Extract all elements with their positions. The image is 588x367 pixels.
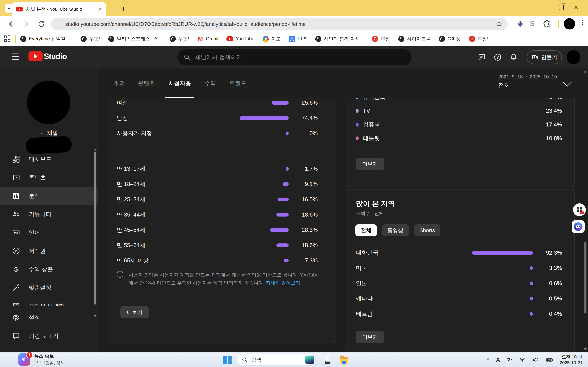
sidebar-item-analytics[interactable]: 분석 <box>0 187 97 205</box>
device-row[interactable]: TV23.4% <box>356 104 562 118</box>
stat-row[interactable]: 만 13–17세1.7% <box>117 161 318 176</box>
sidebar-item-community[interactable]: 커뮤니티 <box>0 205 97 223</box>
bookmark-item[interactable]: 하이마트몰 <box>398 36 431 42</box>
date-range-picker[interactable]: 2021. 9. 18. ~ 2025. 10. 19. 전체 <box>498 74 558 90</box>
bookmark-item[interactable]: 쿠팡! <box>170 36 189 42</box>
chip-동영상[interactable]: 동영상 <box>382 224 409 236</box>
browser-profile-avatar[interactable] <box>564 18 575 30</box>
chip-전체[interactable]: 전체 <box>355 224 377 236</box>
chevron-down-icon[interactable] <box>562 77 572 87</box>
create-button[interactable]: 만들기 <box>527 50 562 64</box>
bookmark-item[interactable]: 시민과 함께 다시... <box>315 36 364 42</box>
floating-extension-button[interactable] <box>573 203 586 216</box>
refresh-button[interactable] <box>36 19 46 29</box>
tray-chevron-icon[interactable]: ^ <box>487 357 489 363</box>
sidebar-item-dollar[interactable]: $수익 창출 <box>0 260 97 278</box>
stat-row[interactable]: 만 25–34세16.5% <box>117 192 318 207</box>
volume-icon[interactable] <box>532 357 539 363</box>
extension-s-icon[interactable]: S <box>530 19 535 28</box>
stat-row[interactable]: 캐나다0.5% <box>356 291 562 306</box>
site-settings-icon[interactable] <box>56 21 61 27</box>
stat-row[interactable]: 만 65세 이상7.3% <box>117 253 318 268</box>
tab-트렌드[interactable]: 트렌드 <box>223 68 253 98</box>
stat-row[interactable]: 미국3.3% <box>356 260 562 276</box>
channel-avatar[interactable] <box>27 81 70 124</box>
help-icon[interactable]: ? <box>493 53 502 61</box>
sidebar-item-content[interactable]: 콘텐츠 <box>0 168 97 187</box>
stat-row[interactable]: 만 55–64세18.6% <box>117 238 318 253</box>
stat-row[interactable]: 베트남0.4% <box>356 306 562 322</box>
sidebar-item-label: 대시보드 <box>29 155 52 163</box>
new-tab-button[interactable]: + <box>121 4 126 13</box>
ime-korean-indicator[interactable]: 한 <box>507 356 512 363</box>
bookmark-item[interactable]: 文번역 <box>289 36 307 42</box>
bookmark-star-icon[interactable] <box>496 21 502 27</box>
device-row[interactable]: 태블릿10.8% <box>356 132 562 145</box>
extension-arrow-icon[interactable] <box>515 19 525 29</box>
phone-link-icon[interactable] <box>322 355 333 365</box>
taskbar-clock[interactable]: 오전 10:11 2025-10-21 <box>560 354 582 366</box>
feedback-bubble-icon[interactable] <box>477 53 486 61</box>
row-label: 만 18–24세 <box>117 180 215 188</box>
device-row[interactable]: 컴퓨터17.4% <box>356 118 562 132</box>
studio-search-bar[interactable]: 채널에서 검색하기 <box>177 49 412 65</box>
tab-수익[interactable]: 수익 <box>198 68 223 98</box>
ime-latin-indicator[interactable]: A <box>496 357 500 363</box>
bookmark-item[interactable]: MGmail <box>197 36 218 42</box>
url-bar[interactable]: studio.youtube.com/channel/UCfD7OSttpwbf… <box>51 18 508 30</box>
hamburger-menu-icon[interactable] <box>12 53 19 60</box>
bookmark-item[interactable]: 지도 <box>263 36 281 42</box>
file-explorer-icon[interactable] <box>339 355 349 365</box>
bookmark-item[interactable]: C쿠팡 <box>372 36 390 42</box>
taskbar-search[interactable]: 검색 <box>237 354 316 366</box>
stat-row[interactable]: 남성74.4% <box>117 110 318 126</box>
bookmark-item[interactable]: 알리익스프레스 - A... <box>108 36 161 42</box>
window-close-button[interactable]: ✕ <box>573 4 579 11</box>
learn-more-link[interactable]: 자세히 알아보기 <box>266 280 300 285</box>
devices-more-button[interactable]: 더보기 <box>356 158 384 170</box>
start-button[interactable] <box>223 356 232 364</box>
bar <box>530 282 533 285</box>
window-minimize-button[interactable]: — <box>544 1 552 10</box>
stat-row[interactable]: 만 45–54세28.3% <box>117 222 318 238</box>
studio-logo[interactable]: Studio <box>28 51 67 61</box>
tab-시청자층[interactable]: 시청자층 <box>162 68 198 98</box>
sidebar-scrollbar[interactable] <box>94 149 96 317</box>
tab-콘텐츠[interactable]: 콘텐츠 <box>131 68 162 98</box>
floating-assistant-button[interactable] <box>572 220 585 233</box>
tab-개요[interactable]: 개요 <box>106 68 131 98</box>
sidebar-item-subtitles[interactable]: 언어 <box>0 223 97 242</box>
bookmark-item[interactable]: YouTube <box>226 36 254 42</box>
notifications-bell-icon[interactable] <box>509 53 518 61</box>
news-widget[interactable]: 1 뉴스 속보 [속보]경찰, 캄보... <box>18 353 68 366</box>
demographics-more-button[interactable]: 더보기 <box>120 306 149 318</box>
sidebar-item-dashboard[interactable]: 대시보드 <box>0 150 97 168</box>
sidebar-item-gear[interactable]: 설정 <box>0 309 97 327</box>
regions-more-button[interactable]: 더보기 <box>356 331 384 343</box>
browser-menu-icon[interactable]: ⋮ <box>579 18 586 26</box>
forward-button[interactable] <box>21 19 31 29</box>
wifi-icon[interactable] <box>519 357 526 363</box>
sidebar-item-feedback[interactable]: !의견 보내기 <box>0 327 97 345</box>
apps-grid-icon[interactable] <box>4 35 11 42</box>
stat-row[interactable]: 만 35–44세18.6% <box>117 207 318 222</box>
stat-row[interactable]: 만 18–24세9.1% <box>117 176 318 192</box>
bookmark-item[interactable]: c쿠팡! <box>469 36 488 42</box>
browser-tab[interactable]: 채널 분석 - YouTube Studio ✕ <box>12 2 106 16</box>
account-avatar[interactable] <box>567 50 580 64</box>
back-button[interactable] <box>6 19 16 29</box>
bookmark-item[interactable]: Everytime 십일절 -... <box>20 36 72 42</box>
battery-icon[interactable] <box>546 356 553 364</box>
sidebar-item-wand[interactable]: 맞춤설정 <box>0 278 97 297</box>
sidebar-item-audio[interactable]: 오디오 보관함 <box>0 297 97 306</box>
bookmark-item[interactable]: G마켓 <box>439 36 461 42</box>
stat-row[interactable]: 사용자가 지정0% <box>117 126 318 141</box>
tab-close-icon[interactable]: ✕ <box>97 7 102 12</box>
stat-row[interactable]: 일본0.6% <box>356 276 562 291</box>
chip-Shorts[interactable]: Shorts <box>414 224 440 236</box>
window-maximize-button[interactable] <box>559 5 564 10</box>
bookmark-item[interactable]: 쿠팡! <box>80 36 100 42</box>
sidebar-item-copyright[interactable]: c저작권 <box>0 242 97 260</box>
extensions-puzzle-icon[interactable] <box>542 19 552 29</box>
stat-row[interactable]: 대한민국92.3% <box>356 245 562 260</box>
